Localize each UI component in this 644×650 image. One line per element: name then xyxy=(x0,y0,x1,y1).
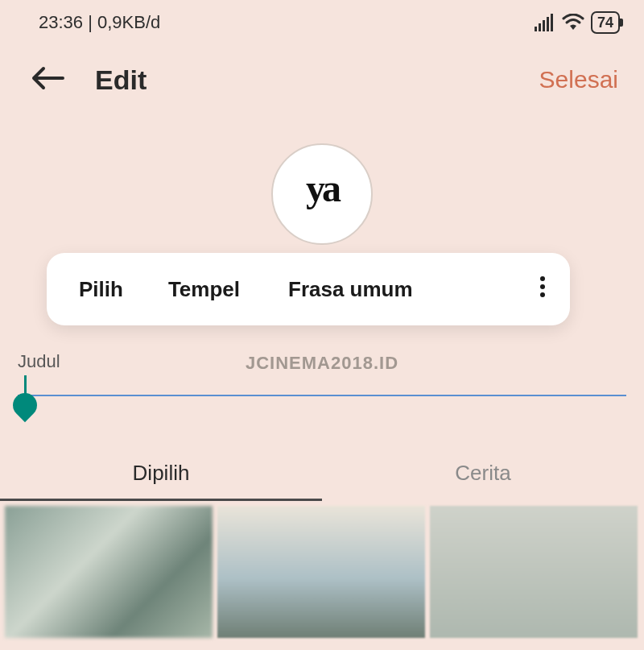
tab-story[interactable]: Cerita xyxy=(322,446,644,499)
avatar-section: ya xyxy=(0,143,644,245)
menu-phrases[interactable]: Frasa umum xyxy=(288,277,413,302)
svg-rect-0 xyxy=(535,27,537,31)
svg-rect-1 xyxy=(539,23,541,31)
tab-selected[interactable]: Dipilih xyxy=(0,446,322,499)
app-header: Edit Selesai xyxy=(0,45,644,114)
status-net-speed: 0,9KB/d xyxy=(97,12,160,32)
svg-rect-2 xyxy=(543,20,545,31)
title-input[interactable] xyxy=(18,377,626,411)
page-title: Edit xyxy=(95,64,147,96)
thumbnail-item[interactable] xyxy=(217,506,425,638)
title-field: Judul JCINEMA2018.ID xyxy=(0,351,644,411)
battery-icon: 74 xyxy=(591,11,620,34)
tab-indicator xyxy=(0,499,644,501)
dots-vertical-icon xyxy=(539,275,546,298)
title-field-label: Judul xyxy=(18,351,626,372)
svg-point-6 xyxy=(540,284,545,289)
svg-rect-3 xyxy=(547,17,549,31)
wifi-icon xyxy=(562,14,584,31)
menu-select[interactable]: Pilih xyxy=(79,277,123,302)
battery-percent: 74 xyxy=(597,14,613,31)
svg-point-7 xyxy=(540,292,545,297)
menu-more-button[interactable] xyxy=(531,275,554,304)
thumbnail-grid xyxy=(0,501,644,638)
avatar-text: ya xyxy=(306,166,338,210)
thumbnail-item[interactable] xyxy=(5,506,213,638)
avatar[interactable]: ya xyxy=(271,143,373,245)
cellular-signal-icon xyxy=(535,14,555,31)
thumbnail-item[interactable] xyxy=(430,506,638,638)
status-left: 23:36 | 0,9KB/d xyxy=(39,12,160,33)
menu-paste[interactable]: Tempel xyxy=(168,277,240,302)
svg-rect-4 xyxy=(551,14,553,31)
input-underline xyxy=(18,395,626,396)
svg-point-5 xyxy=(540,276,545,281)
tab-row: Dipilih Cerita xyxy=(0,446,644,499)
status-bar: 23:36 | 0,9KB/d 74 xyxy=(0,0,644,45)
back-button[interactable] xyxy=(31,65,76,94)
status-time: 23:36 xyxy=(39,12,83,32)
text-context-menu: Pilih Tempel Frasa umum xyxy=(47,253,570,325)
done-button[interactable]: Selesai xyxy=(539,66,618,93)
arrow-left-icon xyxy=(31,65,64,91)
status-right: 74 xyxy=(535,11,620,34)
text-cursor-handle[interactable] xyxy=(24,375,27,395)
